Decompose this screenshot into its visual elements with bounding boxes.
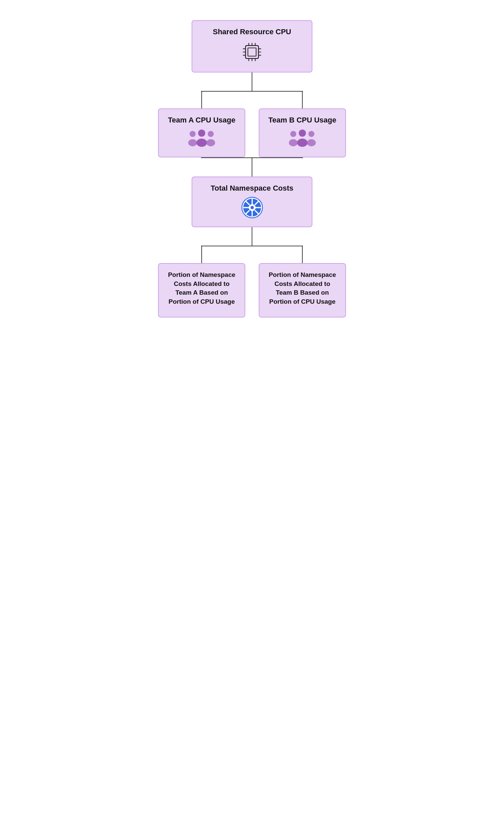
people-b-icon: [287, 128, 318, 150]
team-a-title: Team A CPU Usage: [168, 116, 236, 125]
total-namespace-title: Total Namespace Costs: [211, 184, 294, 193]
helm-icon: [241, 197, 263, 220]
svg-point-17: [196, 139, 207, 147]
mid-right-arm: Team B CPU Usage: [259, 92, 346, 157]
svg-point-19: [206, 139, 215, 146]
bottom-right-title: Portion of Namespace Costs Allocated to …: [267, 270, 337, 306]
svg-point-20: [290, 131, 296, 137]
svg-point-14: [190, 131, 196, 137]
mid-bottom-connector: [134, 157, 370, 177]
bottom-left-node: Portion of Namespace Costs Allocated to …: [158, 263, 245, 318]
mid-left-arm: Team A CPU Usage: [158, 92, 245, 157]
svg-rect-0: [246, 46, 259, 59]
bottom-right-arm: Portion of Namespace Costs Allocated to …: [259, 246, 346, 318]
team-b-title: Team B CPU Usage: [268, 116, 337, 125]
bottom-right-node: Portion of Namespace Costs Allocated to …: [259, 263, 346, 318]
top-node-title: Shared Resource CPU: [213, 28, 291, 36]
svg-point-24: [308, 131, 314, 137]
svg-point-23: [297, 139, 307, 147]
bottom-left-arm: Portion of Namespace Costs Allocated to …: [158, 246, 245, 318]
svg-point-25: [307, 139, 316, 146]
mid-row: Team A CPU Usage: [158, 92, 346, 157]
diagram: Shared Resource CPU: [134, 20, 370, 318]
bottom-left-title: Portion of Namespace Costs Allocated to …: [167, 270, 237, 306]
total-namespace-node: Total Namespace Costs: [192, 177, 312, 227]
team-b-node: Team B CPU Usage: [259, 108, 346, 157]
svg-point-21: [289, 139, 298, 146]
svg-point-16: [198, 129, 205, 137]
cpu-icon: [240, 40, 264, 65]
svg-rect-1: [248, 48, 256, 56]
svg-point-15: [188, 139, 197, 146]
bottom-row: Portion of Namespace Costs Allocated to …: [158, 246, 346, 318]
svg-point-18: [208, 131, 214, 137]
team-a-node: Team A CPU Usage: [158, 108, 245, 157]
svg-point-28: [250, 206, 254, 210]
svg-point-22: [299, 129, 306, 137]
top-connector: [134, 72, 370, 92]
people-a-icon: [186, 128, 217, 150]
bottom-connector: [134, 227, 370, 246]
top-node: Shared Resource CPU: [192, 20, 312, 72]
